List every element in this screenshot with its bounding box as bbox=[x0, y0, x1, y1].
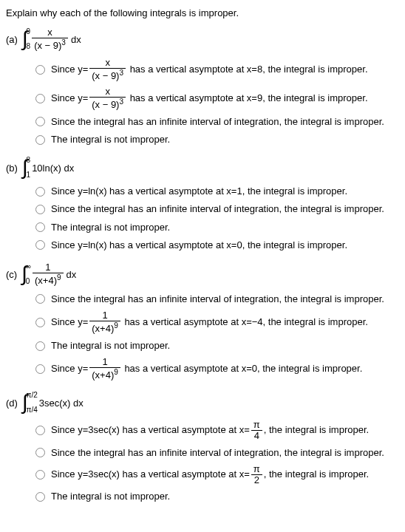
part-c-option-1[interactable]: Since the integral has an infinite inter… bbox=[35, 293, 399, 306]
option-text: Since the integral has an infinite inter… bbox=[51, 202, 384, 216]
part-b-option-4[interactable]: Since y=ln(x) has a vertical asymptote a… bbox=[35, 239, 399, 252]
part-d: (d) ∫ π/2π/4 3sec(x) dx Since y=3sec(x) … bbox=[6, 392, 399, 504]
radio-icon bbox=[35, 222, 45, 232]
radio-icon bbox=[35, 448, 45, 457]
radio-icon bbox=[35, 318, 45, 327]
radio-icon bbox=[35, 94, 45, 103]
part-c-option-3[interactable]: The integral is not improper. bbox=[35, 339, 399, 352]
part-d-label: (d) bbox=[6, 398, 18, 409]
radio-icon bbox=[35, 294, 45, 304]
radio-icon bbox=[35, 135, 45, 145]
radio-icon bbox=[35, 205, 45, 214]
option-text: Since y=x(x − 9)3 has a vertical asympto… bbox=[51, 58, 368, 82]
part-a-option-1[interactable]: Since y=x(x − 9)3 has a vertical asympto… bbox=[35, 58, 399, 82]
part-b-option-3[interactable]: The integral is not improper. bbox=[35, 221, 399, 234]
option-text: Since y=1(x+4)9 has a vertical asymptote… bbox=[51, 310, 368, 335]
radio-icon bbox=[35, 65, 45, 75]
radio-icon bbox=[35, 492, 45, 502]
radio-icon bbox=[35, 187, 45, 197]
option-text: Since the integral has an infinite inter… bbox=[51, 293, 384, 306]
part-d-option-2[interactable]: Since the integral has an infinite inter… bbox=[35, 446, 399, 460]
part-b: (b) ∫ 81 10ln(x) dx Since y=ln(x) has a … bbox=[6, 157, 399, 252]
part-c-option-4[interactable]: Since y=1(x+4)9 has a vertical asymptote… bbox=[35, 357, 399, 381]
part-d-option-4[interactable]: The integral is not improper. bbox=[35, 490, 399, 503]
part-b-label: (b) bbox=[6, 163, 18, 174]
option-text: Since y=ln(x) has a vertical asymptote a… bbox=[51, 185, 347, 198]
part-a-label: (a) bbox=[6, 34, 18, 45]
radio-icon bbox=[35, 364, 45, 374]
option-text: The integral is not improper. bbox=[51, 221, 170, 234]
part-b-integral: ∫ 81 10ln(x) dx bbox=[22, 157, 75, 179]
part-a-option-2[interactable]: Since y=x(x − 9)3 has a vertical asympto… bbox=[35, 86, 399, 111]
radio-icon bbox=[35, 341, 45, 351]
part-a-option-3[interactable]: Since the integral has an infinite inter… bbox=[35, 115, 399, 129]
option-text: Since y=3sec(x) has a vertical asymptote… bbox=[51, 464, 369, 486]
part-d-option-1[interactable]: Since y=3sec(x) has a vertical asymptote… bbox=[35, 420, 399, 442]
option-text: The integral is not improper. bbox=[51, 339, 170, 352]
option-text: Since y=3sec(x) has a vertical asymptote… bbox=[51, 420, 369, 442]
option-text: Since the integral has an infinite inter… bbox=[51, 115, 384, 129]
part-b-option-1[interactable]: Since y=ln(x) has a vertical asymptote a… bbox=[35, 185, 399, 198]
option-text: Since y=x(x − 9)3 has a vertical asympto… bbox=[51, 86, 368, 111]
part-c-label: (c) bbox=[6, 269, 17, 280]
option-text: Since the integral has an infinite inter… bbox=[51, 446, 384, 460]
part-a: (a) ∫ 98 x(x − 9)3 dx Since y=x(x − 9)3 … bbox=[6, 27, 399, 146]
option-text: The integral is not improper. bbox=[51, 490, 170, 503]
option-text: Since y=1(x+4)9 has a vertical asymptote… bbox=[51, 357, 362, 381]
question-prompt: Explain why each of the following integr… bbox=[6, 7, 399, 18]
part-a-option-4[interactable]: The integral is not improper. bbox=[35, 133, 399, 146]
part-d-integral: ∫ π/2π/4 3sec(x) dx bbox=[22, 392, 85, 414]
radio-icon bbox=[35, 470, 45, 480]
part-a-integral: ∫ 98 x(x − 9)3 dx bbox=[22, 27, 83, 52]
part-b-option-2[interactable]: Since the integral has an infinite inter… bbox=[35, 202, 399, 216]
part-c-integral: ∫ ∞0 1(x+4)9 dx bbox=[21, 262, 78, 287]
part-c-option-2[interactable]: Since y=1(x+4)9 has a vertical asymptote… bbox=[35, 310, 399, 335]
radio-icon bbox=[35, 240, 45, 250]
option-text: Since y=ln(x) has a vertical asymptote a… bbox=[51, 239, 347, 252]
radio-icon bbox=[35, 117, 45, 126]
option-text: The integral is not improper. bbox=[51, 133, 170, 146]
radio-icon bbox=[35, 426, 45, 435]
part-d-option-3[interactable]: Since y=3sec(x) has a vertical asymptote… bbox=[35, 464, 399, 486]
part-c: (c) ∫ ∞0 1(x+4)9 dx Since the integral h… bbox=[6, 262, 399, 381]
